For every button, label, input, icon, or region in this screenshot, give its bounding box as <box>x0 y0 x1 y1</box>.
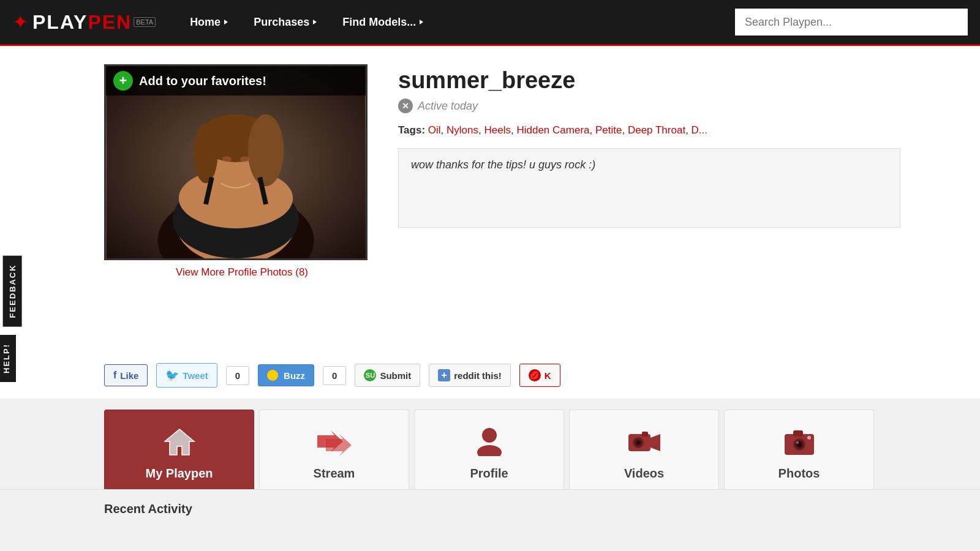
tab-photos[interactable]: Photos <box>724 410 874 489</box>
search-input[interactable] <box>735 9 968 36</box>
buzz-icon <box>267 370 278 381</box>
stream-icon <box>317 429 352 460</box>
tag-petite[interactable]: Petite <box>595 124 622 136</box>
tag-heels[interactable]: Heels <box>484 124 511 136</box>
svg-marker-24 <box>650 434 660 451</box>
nav-find-models-arrow <box>420 20 423 24</box>
logo-text: PLAYPEN <box>32 11 132 34</box>
tags-label: Tags: <box>398 124 425 136</box>
svg-rect-26 <box>793 430 803 437</box>
nav-purchases[interactable]: Purchases <box>244 11 326 34</box>
svg-point-8 <box>248 114 284 187</box>
svg-point-10 <box>222 156 232 162</box>
bottom-area: Recent Activity <box>0 489 980 550</box>
tag-hidden-camera[interactable]: Hidden Camera <box>516 124 589 136</box>
plus-icon: + <box>113 71 133 91</box>
active-status: ✕ Active today <box>398 99 962 113</box>
tag-nylons[interactable]: Nylons <box>447 124 478 136</box>
x-icon: ✕ <box>398 99 413 113</box>
buzz-label: Buzz <box>284 370 305 381</box>
profile-image-wrapper: + Add to your favorites! <box>104 64 368 260</box>
submit-button[interactable]: SU Submit <box>355 364 420 387</box>
tab-videos[interactable]: Videos <box>569 410 719 489</box>
bottom-title: Recent Activity <box>104 502 962 516</box>
help-label: HELP! <box>2 343 11 373</box>
social-row: f Like 🐦 Tweet 0 Buzz 0 SU Submit + redd… <box>0 352 980 399</box>
right-column: summer_breeze ✕ Active today Tags: Oil, … <box>398 64 962 352</box>
home-icon <box>164 427 195 460</box>
view-more-photos-link[interactable]: View More Profile Photos (8) <box>104 266 380 279</box>
reddit-button[interactable]: + reddit this! <box>429 364 511 387</box>
tab-videos-label: Videos <box>624 467 664 481</box>
tab-photos-label: Photos <box>778 467 820 481</box>
like-button[interactable]: f Like <box>104 364 148 386</box>
header: ✦ PLAYPEN BETA Home Purchases Find Model… <box>0 0 980 46</box>
stumbleupon-icon: SU <box>364 369 376 381</box>
svg-point-11 <box>240 156 250 162</box>
buzz-count: 0 <box>323 366 346 385</box>
nav-find-models-label: Find Models... <box>342 16 416 29</box>
tags-row: Tags: Oil, Nylons, Heels, Hidden Camera,… <box>398 122 962 138</box>
nav-home-arrow <box>224 20 228 24</box>
facebook-icon: f <box>113 370 116 381</box>
tweet-label: Tweet <box>183 370 208 381</box>
tag-deep-throat[interactable]: Deep Throat <box>628 124 685 136</box>
bio-box: wow thanks for the tips! u guys rock :) <box>398 148 900 228</box>
username: summer_breeze <box>398 67 962 94</box>
logo-icon: ✦ <box>12 10 29 34</box>
svg-point-9 <box>194 123 217 183</box>
logo-beta-badge: BETA <box>134 17 156 27</box>
feedback-label: FEEDBACK <box>8 264 17 318</box>
videos-icon <box>627 429 662 460</box>
buzz-button[interactable]: Buzz <box>258 364 314 386</box>
tag-oil[interactable]: Oil <box>428 124 441 136</box>
feedback-button[interactable]: FEEDBACK <box>3 255 22 326</box>
svg-point-31 <box>796 441 799 444</box>
nav-find-models[interactable]: Find Models... <box>333 11 433 34</box>
active-text: Active today <box>418 100 478 113</box>
tweet-button[interactable]: 🐦 Tweet <box>156 363 217 388</box>
tweet-count: 0 <box>226 366 249 385</box>
help-button[interactable]: HELP! <box>0 335 16 382</box>
tab-profile[interactable]: Profile <box>414 410 564 489</box>
tab-profile-label: Profile <box>470 467 508 481</box>
logo-play: PLAY <box>32 11 88 33</box>
tab-stream[interactable]: Stream <box>259 410 409 489</box>
reddit-icon: + <box>438 369 450 381</box>
nav-purchases-arrow <box>313 20 317 24</box>
tag-more[interactable]: D... <box>692 124 707 136</box>
kiss-button[interactable]: 💋 K <box>519 364 560 387</box>
submit-label: Submit <box>380 370 411 381</box>
logo[interactable]: ✦ PLAYPEN BETA <box>12 10 156 34</box>
profile-icon <box>477 427 502 460</box>
search-area <box>735 9 968 36</box>
svg-rect-23 <box>642 432 648 437</box>
kiss-label: K <box>545 370 551 381</box>
kiss-icon: 💋 <box>529 369 541 381</box>
svg-point-17 <box>482 428 497 443</box>
nav-purchases-label: Purchases <box>254 16 309 29</box>
tab-row: My Playpen Stream Profile <box>0 399 980 489</box>
reddit-label: reddit this! <box>454 370 502 381</box>
add-favorites-label: Add to your favorites! <box>139 74 266 88</box>
nav-home[interactable]: Home <box>180 11 238 34</box>
tab-my-playpen[interactable]: My Playpen <box>104 410 254 489</box>
twitter-icon: 🐦 <box>165 369 179 382</box>
svg-point-30 <box>807 436 811 440</box>
tab-my-playpen-label: My Playpen <box>145 467 213 481</box>
nav-bar: Home Purchases Find Models... <box>180 11 735 34</box>
svg-marker-14 <box>165 429 194 455</box>
logo-pen: PEN <box>88 11 132 33</box>
svg-point-18 <box>477 445 502 456</box>
svg-point-22 <box>636 441 640 444</box>
like-label: Like <box>120 370 138 381</box>
main-content: + Add to your favorites! <box>0 46 980 352</box>
nav-home-label: Home <box>190 16 221 29</box>
left-column: + Add to your favorites! <box>104 64 380 352</box>
add-favorites-banner[interactable]: + Add to your favorites! <box>106 66 366 96</box>
tab-stream-label: Stream <box>314 467 355 481</box>
photos-icon <box>783 428 815 460</box>
